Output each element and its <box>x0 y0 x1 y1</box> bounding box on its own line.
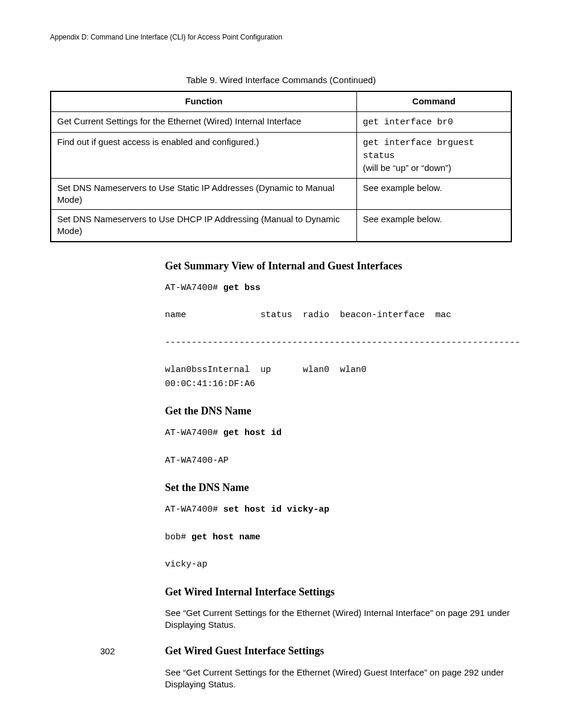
section-heading: Get Wired Internal Interface Settings <box>165 585 512 599</box>
cli-prompt: bob# <box>165 532 191 542</box>
cell-function: Get Current Settings for the Ethernet (W… <box>51 111 357 132</box>
cli-output: wlan0bssInternal up wlan0 wlan0 00:0C:41… <box>165 365 435 388</box>
main-content: Get Summary View of Internal and Guest I… <box>165 259 512 690</box>
cell-function: Set DNS Nameservers to Use Static IP Add… <box>51 178 357 210</box>
cli-prompt: AT-WA7400# <box>165 428 223 438</box>
cell-command: See example below. <box>357 210 511 242</box>
section-heading: Get the DNS Name <box>165 404 512 418</box>
cli-output: name status radio beacon-interface mac <box>165 310 451 320</box>
cell-command-note: See example below. <box>363 214 442 224</box>
running-header: Appendix D: Command Line Interface (CLI)… <box>50 32 512 42</box>
commands-table: Function Command Get Current Settings fo… <box>50 91 512 242</box>
section-heading: Get Summary View of Internal and Guest I… <box>165 259 512 273</box>
col-header-function: Function <box>51 91 357 111</box>
cell-command: See example below. <box>357 178 511 210</box>
cell-command: get interface brguest status (will be “u… <box>357 132 511 178</box>
body-text: See “Get Current Settings for the Ethern… <box>165 607 512 631</box>
table-row: Set DNS Nameservers to Use DHCP IP Addre… <box>51 210 511 242</box>
cell-command-code: get interface brguest status <box>363 138 480 161</box>
cli-prompt: AT-WA7400# <box>165 283 223 293</box>
cli-output: AT-WA7400-AP <box>165 456 229 466</box>
cell-command-note: See example below. <box>363 183 442 193</box>
cli-command: get host name <box>191 532 260 542</box>
cli-command: set host id vicky-ap <box>223 505 329 515</box>
code-block: AT-WA7400# get bss name status radio bea… <box>165 281 512 391</box>
code-block: AT-WA7400# set host id vicky-ap bob# get… <box>165 503 512 571</box>
cli-command: get bss <box>223 283 260 293</box>
section-heading: Set the DNS Name <box>165 480 512 495</box>
cli-prompt: AT-WA7400# <box>165 505 223 515</box>
cell-command: get interface br0 <box>357 111 511 132</box>
cell-command-code: get interface br0 <box>363 117 453 127</box>
cli-separator: ----------------------------------------… <box>165 338 520 348</box>
table-row: Set DNS Nameservers to Use Static IP Add… <box>51 178 511 210</box>
page-number: 302 <box>100 645 115 657</box>
table-caption: Table 9. Wired Interface Commands (Conti… <box>50 74 512 86</box>
section-heading: Get Wired Guest Interface Settings <box>165 644 512 658</box>
cell-function: Set DNS Nameservers to Use DHCP IP Addre… <box>51 210 357 242</box>
cell-command-note: (will be “up” or “down”) <box>363 163 451 173</box>
table-row: Get Current Settings for the Ethernet (W… <box>51 111 511 132</box>
code-block: AT-WA7400# get host id AT-WA7400-AP <box>165 426 512 467</box>
body-text: See “Get Current Settings for the Ethern… <box>165 667 512 691</box>
cli-output: vicky-ap <box>165 559 207 569</box>
cli-command: get host id <box>223 428 282 438</box>
table-row: Find out if guest access is enabled and … <box>51 132 511 178</box>
cell-function: Find out if guest access is enabled and … <box>51 132 357 178</box>
col-header-command: Command <box>357 91 511 111</box>
